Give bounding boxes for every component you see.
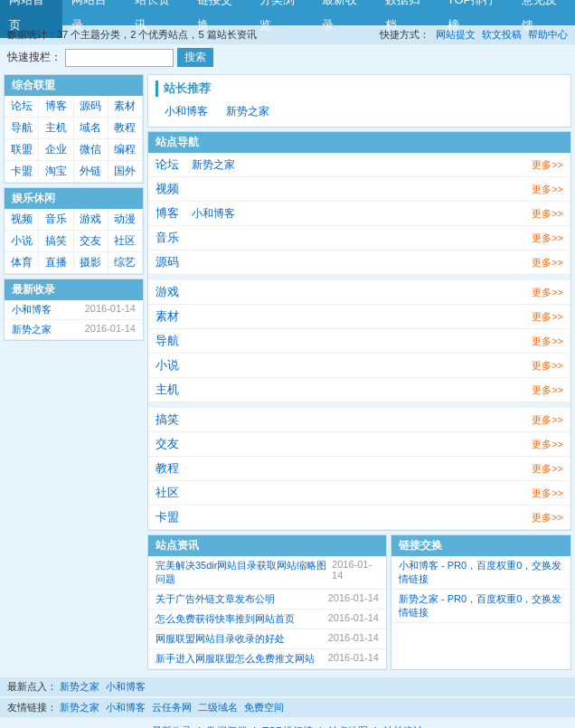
station-info-link-1[interactable]: 关于广告外链文章发布公明: [156, 592, 275, 606]
link-exchange-title: 链接交换: [391, 535, 570, 556]
sidebar-zonghe-title: 综合联盟: [5, 75, 143, 96]
quick-search-label: 快速搜栏：: [7, 50, 61, 65]
sitenav-row-zhuji: 主机 更多>>: [148, 378, 570, 402]
sidebar-item-yuanma[interactable]: 源码: [74, 96, 108, 118]
sidebar-item-sports[interactable]: 体育: [5, 252, 39, 274]
station-info-link-0[interactable]: 完美解决35dir网站目录获取网站缩略图问题: [156, 559, 332, 586]
footer-latest-link-1[interactable]: 小和博客: [106, 681, 146, 692]
sitenav-more-luntan: 更多>>: [532, 158, 563, 172]
sitenav-more-community: 更多>>: [532, 487, 563, 500]
sidebar-item-qiye[interactable]: 企业: [39, 139, 73, 161]
sidebar-item-guowai[interactable]: 国外: [108, 161, 143, 183]
sidebar-item-music[interactable]: 音乐: [39, 209, 73, 231]
sidebar-item-humor[interactable]: 搞笑: [39, 231, 73, 252]
sidebar-item-novel[interactable]: 小说: [5, 231, 39, 252]
sitenav-cat-video[interactable]: 视频: [156, 181, 188, 197]
sidebar-item-waichain[interactable]: 外链: [74, 161, 108, 183]
sitenav-cat-luntan[interactable]: 论坛: [156, 156, 188, 173]
footer-friend-link-4[interactable]: 免费空间: [244, 702, 284, 713]
footer-nav: 最新收录 | 数据归档 | TOP排行榜 | 站点地图 | 站长统计: [0, 721, 575, 728]
sitenav-row-sucai: 素材 更多>>: [148, 305, 570, 329]
station-info-item-3: 网服联盟网站目录收录的好处 2016-01-14: [148, 629, 386, 649]
sitenav-more-music: 更多>>: [532, 232, 563, 245]
latest-date-1: 2016-01-14: [85, 323, 136, 336]
sidebar-item-biancheng[interactable]: 编程: [108, 139, 143, 161]
quick-link-article[interactable]: 软文投稿: [482, 29, 522, 40]
search-input[interactable]: [65, 49, 174, 67]
quick-link-submit[interactable]: 网站提文: [436, 29, 476, 40]
sitenav-more-daohang: 更多>>: [532, 335, 563, 348]
sidebar-zonghe-grid: 论坛 博客 源码 素材 导航 主机 域名 教程 联盟 企业 微信 编程 卡盟 淘…: [5, 96, 143, 183]
sitenav-row-yuanma: 源码 更多>>: [148, 251, 570, 275]
sidebar-item-friend[interactable]: 交友: [74, 231, 108, 252]
sitenav-more-sucai: 更多>>: [532, 310, 563, 324]
recommend-link-1[interactable]: 新势之家: [226, 104, 269, 119]
sitenav-cat-boke[interactable]: 博客: [156, 205, 188, 222]
footer-friend-link-2[interactable]: 云任务网: [152, 702, 192, 713]
recommend-link-0[interactable]: 小和博客: [165, 104, 208, 119]
sitenav-row-music: 音乐 更多>>: [148, 226, 570, 251]
latest-link-1[interactable]: 新势之家: [12, 323, 52, 336]
sitenav-cat-yuanma[interactable]: 源码: [156, 254, 188, 270]
sidebar-yule: 娱乐休闲 视频 音乐 游戏 动漫 小说 搞笑 交友 社区 体育 直播 摄影 综艺: [4, 187, 144, 275]
sidebar-item-zhuji[interactable]: 主机: [39, 118, 73, 139]
sidebar-item-lianmeng[interactable]: 联盟: [5, 139, 39, 161]
sidebar-item-luntan[interactable]: 论坛: [5, 96, 39, 118]
sitenav-row-novel: 小说 更多>>: [148, 354, 570, 378]
footer-friend-link-0[interactable]: 新势之家: [60, 702, 99, 713]
sitenav-links-boke: 小和博客: [188, 206, 532, 222]
station-info-link-2[interactable]: 怎么免费获得快率推到网站首页: [156, 612, 295, 626]
sidebar-item-live[interactable]: 直播: [39, 252, 73, 274]
sitenav-cat-sucai[interactable]: 素材: [156, 308, 188, 325]
nav-item-browse[interactable]: 分类浏览: [250, 0, 313, 38]
sidebar-item-photo[interactable]: 摄影: [74, 252, 108, 274]
sitenav-cat-game[interactable]: 游戏: [156, 284, 188, 300]
sitenav-row-game: 游戏 更多>>: [148, 280, 570, 305]
sitenav-cat-novel[interactable]: 小说: [156, 357, 188, 373]
station-info-link-3[interactable]: 网服联盟网站目录收录的好处: [156, 632, 285, 646]
stats-text: 数据统计：37 个主题分类，2 个优秀站点，5 篇站长资讯: [7, 28, 257, 42]
sidebar-item-boke[interactable]: 博客: [39, 96, 73, 118]
search-button[interactable]: 搜索: [177, 48, 213, 67]
sidebar-item-anime[interactable]: 动漫: [108, 209, 143, 231]
sidebar-item-daohang[interactable]: 导航: [5, 118, 39, 139]
footer-latest: 最新点入： 新势之家 小和博客: [0, 677, 575, 696]
sidebar-item-sucai[interactable]: 素材: [108, 96, 143, 118]
sidebar-item-yuming[interactable]: 域名: [74, 118, 108, 139]
recommend-title: 站长推荐: [156, 80, 563, 97]
latest-link-0[interactable]: 小和博客: [12, 303, 52, 317]
sidebar-item-video[interactable]: 视频: [5, 209, 39, 231]
sidebar-item-game[interactable]: 游戏: [74, 209, 108, 231]
footer-friend-link-1[interactable]: 小和博客: [106, 702, 146, 713]
sitenav-row-jiaocheng: 教程 更多>>: [148, 457, 570, 481]
sidebar-item-taobao[interactable]: 淘宝: [39, 161, 73, 183]
sitenav-cat-community[interactable]: 社区: [156, 485, 188, 501]
sidebar-item-weixin[interactable]: 微信: [74, 139, 108, 161]
sitenav-link-luntan-0[interactable]: 新势之家: [192, 157, 235, 173]
sitenav-row-boke: 博客 小和博客 更多>>: [148, 202, 570, 226]
sitenav-cat-humor[interactable]: 搞笑: [156, 411, 188, 428]
station-info-item-4: 新手进入网服联盟怎么免费推文网站 2016-01-14: [148, 649, 386, 669]
station-info-link-4[interactable]: 新手进入网服联盟怎么免费推文网站: [156, 652, 315, 666]
sitenav-cat-daohang[interactable]: 导航: [156, 333, 188, 349]
sitenav-cat-kameng[interactable]: 卡盟: [156, 509, 188, 525]
sitenav-cat-zhuji[interactable]: 主机: [156, 382, 188, 398]
sitenav-more-game: 更多>>: [532, 286, 563, 299]
nav-item-latest[interactable]: 最新收录: [313, 0, 375, 38]
sitenav-cat-friend[interactable]: 交友: [156, 436, 188, 452]
quick-link-help[interactable]: 帮助中心: [528, 29, 568, 40]
sitenav-cat-jiaocheng[interactable]: 教程: [156, 460, 188, 477]
sitenav-cat-music[interactable]: 音乐: [156, 230, 188, 246]
footer-latest-label: 最新点入: [7, 681, 47, 692]
sidebar-item-variety[interactable]: 综艺: [108, 252, 143, 274]
sidebar-item-jiaocheng[interactable]: 教程: [108, 118, 143, 139]
sitenav-more-jiaocheng: 更多>>: [532, 462, 563, 476]
station-info-item-0: 完美解决35dir网站目录获取网站缩略图问题 2016-01-14: [148, 556, 386, 590]
link-exchange-link-1[interactable]: 新势之家 - PR0，百度权重0，交换发情链接: [399, 593, 561, 618]
sitenav-link-boke-0[interactable]: 小和博客: [192, 206, 235, 222]
link-exchange-link-0[interactable]: 小和博客 - PR0，百度权重0，交换发情链接: [399, 560, 561, 584]
sidebar-item-community[interactable]: 社区: [108, 231, 143, 252]
sidebar-item-kameng[interactable]: 卡盟: [5, 161, 39, 183]
footer-friend-link-3[interactable]: 二级域名: [198, 702, 238, 713]
footer-latest-link-0[interactable]: 新势之家: [60, 681, 99, 692]
